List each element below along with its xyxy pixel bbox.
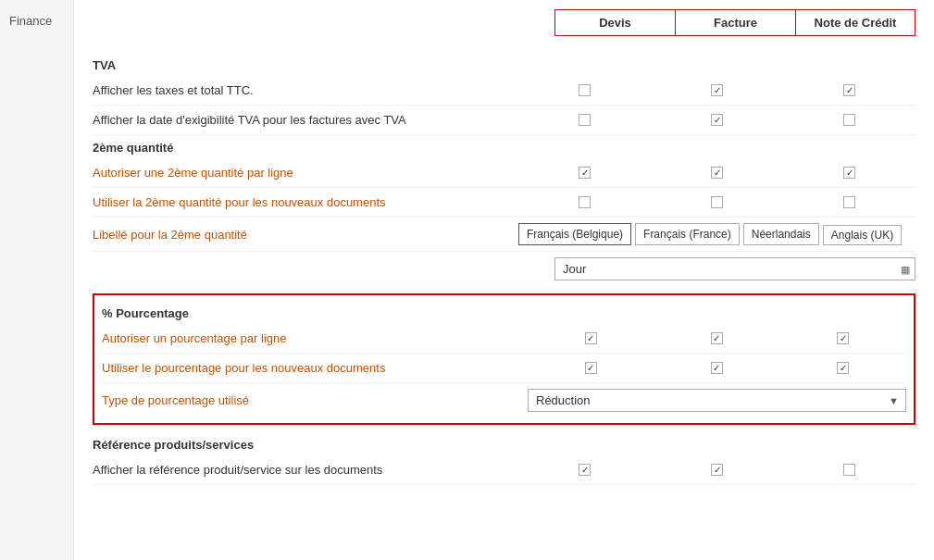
ref-row1-facture-checkbox[interactable] — [711, 464, 723, 476]
dq-row-2: Utiliser la 2ème quantité pour les nouve… — [93, 188, 915, 218]
pct-row3-label: Type de pourcentage utilisé — [102, 393, 528, 407]
pct-row1-label: Autoriser un pourcentage par ligne — [102, 331, 528, 345]
sidebar-finance-label: Finance — [9, 14, 52, 28]
dq-row2-devis-cell — [525, 196, 645, 208]
tva-row1-note-credit-checkbox[interactable] — [843, 84, 855, 96]
dq-row2-facture-checkbox[interactable] — [711, 196, 723, 208]
pct-row2-devis-cell — [530, 362, 651, 374]
dq-row2-note-credit-cell — [790, 196, 910, 208]
pct-row1-facture-checkbox[interactable] — [711, 332, 723, 344]
jour-input-row: ▦ — [93, 252, 915, 286]
calendar-icon: ▦ — [901, 263, 910, 275]
pct-type-dropdown[interactable]: Réduction Majoration Autre — [528, 389, 906, 412]
ref-row1-label: Afficher la référence produit/service su… — [93, 463, 518, 477]
dq-row2-facture-cell — [657, 196, 778, 208]
pct-row2-facture-cell — [656, 362, 777, 374]
lang-btn-1[interactable]: Français (France) — [635, 223, 740, 245]
lang-btn-0[interactable]: Français (Belgique) — [518, 223, 631, 245]
pct-dropdown-wrap: Réduction Majoration Autre ▼ — [528, 389, 906, 412]
tva-row1-facture-cell — [657, 84, 778, 96]
dq-row1-note-credit-cell — [790, 167, 910, 179]
ref-row1-facture-cell — [657, 464, 778, 476]
tva-row1-note-credit-cell — [790, 84, 910, 96]
pct-row2-checkboxes — [528, 362, 906, 374]
pct-row1-note-credit-checkbox[interactable] — [837, 332, 849, 344]
lang-btn-3[interactable]: Anglais (UK) — [823, 225, 902, 245]
dq-row1-checkboxes — [518, 167, 915, 179]
dq-row1-devis-checkbox[interactable] — [579, 167, 591, 179]
tva-row2-facture-checkbox[interactable] — [711, 114, 723, 126]
pct-row1-facture-cell — [656, 332, 777, 344]
dq-row2-note-credit-checkbox[interactable] — [843, 196, 855, 208]
dq-row1-label: Autoriser une 2ème quantité par ligne — [93, 166, 518, 180]
tva-row2-devis-cell — [525, 114, 645, 126]
dq-row3-label: Libellé pour la 2ème quantité — [93, 228, 518, 242]
dq-row1-facture-cell — [657, 167, 778, 179]
col-header-facture: Facture — [675, 9, 795, 36]
ref-row1-note-credit-checkbox[interactable] — [843, 464, 855, 476]
pct-row1-devis-cell — [530, 332, 651, 344]
pct-row-2: Utiliser le pourcentage pour les nouveau… — [102, 354, 906, 383]
tva-row-1: Afficher les taxes et total TTC. — [93, 76, 915, 106]
jour-input[interactable] — [554, 257, 915, 280]
tva-row2-note-credit-checkbox[interactable] — [843, 114, 855, 126]
pct-row-1: Autoriser un pourcentage par ligne — [102, 324, 906, 354]
col-header-devis: Devis — [554, 9, 675, 36]
tva-row1-checkboxes — [518, 84, 915, 96]
dq-row-1: Autoriser une 2ème quantité par ligne — [93, 158, 915, 188]
col-headers: Devis Facture Note de Crédit — [554, 9, 915, 36]
sidebar: Finance — [0, 0, 74, 560]
dq-row1-note-credit-checkbox[interactable] — [843, 167, 855, 179]
dq-row2-devis-checkbox[interactable] — [579, 196, 591, 208]
tva-row1-devis-checkbox[interactable] — [579, 84, 591, 96]
ref-row1-devis-checkbox[interactable] — [579, 464, 591, 476]
deuxieme-quantite-title: 2ème quantité — [93, 135, 915, 158]
dq-row-3: Libellé pour la 2ème quantité Français (… — [93, 218, 915, 252]
column-headers-row: Devis Facture Note de Crédit — [93, 9, 915, 44]
jour-input-wrap: ▦ — [554, 257, 915, 280]
pct-row1-checkboxes — [528, 332, 906, 344]
pct-row2-note-credit-checkbox[interactable] — [837, 362, 849, 374]
tva-row1-devis-cell — [525, 84, 645, 96]
dq-row1-facture-checkbox[interactable] — [711, 167, 723, 179]
dq-row1-devis-cell — [525, 167, 645, 179]
pct-row-3: Type de pourcentage utilisé Réduction Ma… — [102, 383, 906, 417]
ref-row-1: Afficher la référence produit/service su… — [93, 455, 915, 485]
tva-row2-note-credit-cell — [790, 114, 910, 126]
ref-row1-note-credit-cell — [790, 464, 910, 476]
tva-row-2: Afficher la date d'exigibilité TVA pour … — [93, 106, 915, 135]
lang-buttons: Français (Belgique) Français (France) Né… — [518, 223, 915, 245]
ref-row1-checkboxes — [518, 464, 915, 476]
dq-row2-checkboxes — [518, 196, 915, 208]
lang-btn-2[interactable]: Néerlandais — [743, 223, 819, 245]
pct-row2-facture-checkbox[interactable] — [711, 362, 723, 374]
reference-title: Référence produits/services — [93, 432, 915, 455]
main-content: Devis Facture Note de Crédit TVA Affiche… — [74, 0, 934, 560]
col-header-note-credit: Note de Crédit — [795, 9, 915, 36]
pourcentage-title: % Pourcentage — [102, 301, 906, 324]
pourcentage-section: % Pourcentage Autoriser un pourcentage p… — [93, 293, 915, 425]
pct-row2-label: Utiliser le pourcentage pour les nouveau… — [102, 361, 528, 375]
ref-row1-devis-cell — [525, 464, 645, 476]
tva-row2-facture-cell — [657, 114, 778, 126]
tva-row1-facture-checkbox[interactable] — [711, 84, 723, 96]
pct-row1-note-credit-cell — [783, 332, 903, 344]
pct-row1-devis-checkbox[interactable] — [585, 332, 597, 344]
tva-section-title: TVA — [93, 53, 915, 76]
pct-row2-note-credit-cell — [783, 362, 903, 374]
pct-row2-devis-checkbox[interactable] — [585, 362, 597, 374]
tva-row2-label: Afficher la date d'exigibilité TVA pour … — [93, 113, 518, 127]
tva-row2-checkboxes — [518, 114, 915, 126]
tva-row1-label: Afficher les taxes et total TTC. — [93, 83, 518, 97]
tva-row2-devis-checkbox[interactable] — [579, 114, 591, 126]
dq-row2-label: Utiliser la 2ème quantité pour les nouve… — [93, 195, 518, 209]
